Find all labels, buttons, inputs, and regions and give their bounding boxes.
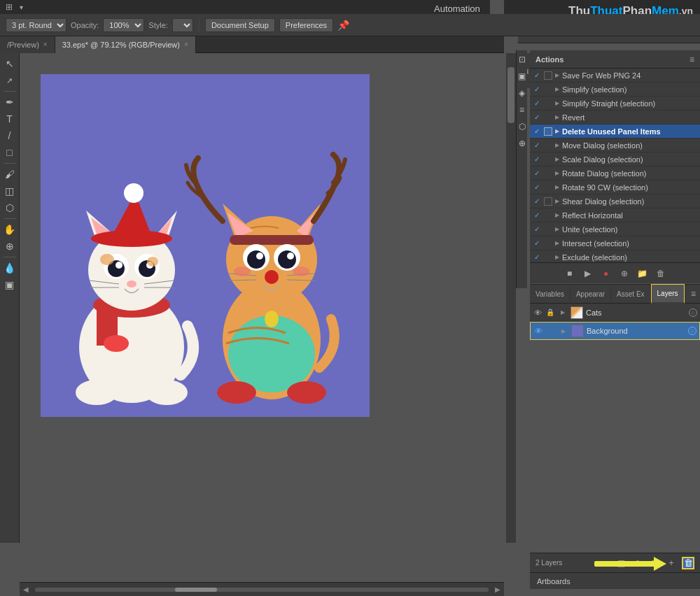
action-row-10[interactable]: ✓ ▶ Reflect Horizontal (530, 208, 700, 222)
svg-point-51 (287, 381, 326, 404)
cc-icon[interactable]: ◈ (516, 87, 528, 99)
action-row-6[interactable]: ✓ ▶ Scale Dialog (selection) (530, 152, 700, 166)
align-icon[interactable]: ≡ (516, 104, 528, 116)
direct-select-tool[interactable]: ↗ (2, 73, 18, 88)
document-setup-button[interactable]: Document Setup (205, 18, 275, 32)
action-name-2: Simplify Straight (selection) (562, 99, 697, 108)
action-row-9[interactable]: ✓ ▶ Shear Dialog (selection) (530, 194, 700, 208)
layer-expand-background[interactable]: ▶ (559, 326, 568, 336)
canvas-area (20, 53, 504, 543)
action-check-10: ✓ (533, 211, 541, 220)
scroll-thumb-h[interactable] (175, 588, 217, 592)
tab-layers[interactable]: Layers (651, 284, 685, 304)
action-name-6: Scale Dialog (selection) (562, 155, 697, 164)
actions-panel-menu[interactable]: ≡ (690, 55, 694, 64)
record-button[interactable]: ● (600, 267, 612, 280)
delete-action-button[interactable]: 🗑 (654, 267, 667, 280)
panel-tabs-menu[interactable]: ≡ (691, 289, 700, 299)
layer-eye-cats[interactable]: 👁 (533, 308, 542, 318)
style-select[interactable]: ■ (172, 18, 193, 32)
new-set-button[interactable]: 📁 (636, 267, 649, 280)
eraser-tool[interactable]: ◫ (2, 183, 18, 199)
pin-icon[interactable]: 📌 (337, 20, 349, 31)
doc-tab-1-close[interactable]: × (43, 41, 48, 48)
layer-row-cats[interactable]: 👁 🔒 ▶ Cats ○ (530, 304, 700, 322)
action-check-12: ✓ (533, 239, 541, 248)
action-row-1[interactable]: ✓ ▶ Simplify (selection) (530, 83, 700, 97)
play-button[interactable]: ▶ (582, 267, 594, 280)
path-icon[interactable]: ⊕ (516, 137, 528, 150)
paintbrush-tool[interactable]: 🖌 (2, 166, 18, 182)
layer-expand-cats[interactable]: ▶ (558, 308, 568, 318)
panel-tabs-menu-icon[interactable]: ≡ (691, 289, 696, 299)
tab-asset-export[interactable]: Asset Ex (611, 284, 650, 304)
action-row-12[interactable]: ✓ ▶ Intersect (selection) (530, 236, 700, 250)
artboards-tab[interactable]: Artboards (530, 572, 700, 589)
layer-circle-background[interactable]: ○ (688, 327, 696, 335)
new-action-button[interactable]: ⊕ (618, 267, 631, 280)
panel-tabs: Variables Appearar Asset Ex Layers ≡ (530, 284, 700, 304)
action-name-0: Save For Web PNG 24 (562, 71, 697, 80)
layers-panel: 👁 🔒 ▶ Cats ○ 👁 ▶ Background ○ (530, 304, 700, 340)
stop-button[interactable]: ■ (564, 267, 576, 280)
blend-tool[interactable]: ⬡ (2, 200, 18, 215)
action-row-7[interactable]: ✓ ▶ Rotate Dialog (selection) (530, 166, 700, 180)
action-check-5: ✓ (533, 141, 541, 150)
doc-tab-1[interactable]: /Preview) × (0, 36, 55, 53)
action-row-2[interactable]: ✓ ▶ Simplify Straight (selection) (530, 97, 700, 111)
action-name-13: Exclude (selection) (562, 253, 697, 262)
action-name-10: Reflect Horizontal (562, 211, 697, 220)
pen-tool[interactable]: ✒ (2, 94, 18, 110)
scroll-thumb[interactable] (507, 67, 514, 123)
arrow-annotation (594, 557, 666, 571)
action-row-5[interactable]: ✓ ▶ Move Dialog (selection) (530, 139, 700, 152)
action-row-8[interactable]: ✓ ▶ Rotate 90 CW (selection) (530, 180, 700, 194)
type-tool[interactable]: T (2, 111, 18, 127)
layers-icon[interactable]: ⊡ (516, 53, 528, 66)
shape-tool[interactable]: □ (2, 145, 18, 160)
tool-divider-2 (4, 163, 16, 164)
layer-lock-cats[interactable]: 🔒 (545, 308, 555, 318)
tab-appearance[interactable]: Appearar (570, 284, 611, 304)
layer-thumb-background (571, 325, 584, 337)
doc-tab-2-close[interactable]: × (184, 41, 188, 48)
action-check-13: ✓ (533, 253, 541, 262)
scroll-right-arrow[interactable]: ▶ (491, 583, 504, 596)
delete-layer-button[interactable]: 🗑 (682, 557, 694, 569)
transform-icon[interactable]: ⬡ (516, 120, 528, 133)
action-row-0[interactable]: ✓ ▶ Save For Web PNG 24 (530, 69, 700, 83)
left-tool-panel: ↖ ↗ ✒ T / □ 🖌 ◫ ⬡ ✋ ⊕ 💧 ▣ (0, 53, 20, 543)
eyedropper-tool[interactable]: 💧 (2, 260, 18, 276)
action-check-0: ✓ (533, 71, 541, 80)
bottom-scrollbar[interactable]: ◀ ▶ (20, 582, 504, 596)
hand-tool[interactable]: ✋ (2, 222, 18, 237)
layer-lock-background[interactable] (546, 326, 556, 336)
scroll-left-arrow[interactable]: ◀ (20, 583, 32, 596)
scroll-track[interactable] (35, 588, 489, 592)
brush-size-select[interactable]: 3 pt. Round (6, 18, 66, 32)
layer-row-background[interactable]: 👁 ▶ Background ○ (530, 322, 700, 340)
action-arrow-3: ▶ (555, 114, 559, 120)
new-layer-button[interactable]: + (665, 557, 678, 569)
action-row-11[interactable]: ✓ ▶ Unite (selection) (530, 222, 700, 236)
vertical-scrollbar[interactable] (506, 53, 516, 543)
zoom-tool[interactable]: ⊕ (2, 239, 18, 254)
svg-point-41 (287, 253, 294, 260)
layer-eye-background[interactable]: 👁 (533, 326, 543, 336)
action-row-4[interactable]: ✓ ▶ Delete Unused Panel Items (530, 125, 700, 139)
preferences-button[interactable]: Preferences (279, 18, 333, 32)
layer-circle-cats[interactable]: ○ (689, 308, 697, 317)
line-tool[interactable]: / (2, 128, 18, 143)
select-tool[interactable]: ↖ (2, 56, 18, 71)
gradient-tool[interactable]: ▣ (2, 277, 18, 292)
opacity-select[interactable]: 100% (103, 18, 144, 32)
svg-point-38 (247, 250, 265, 269)
app-menu-arrow[interactable]: ▾ (20, 3, 23, 11)
arrow-body (594, 561, 654, 567)
arrow-head (654, 557, 666, 571)
action-arrow-2: ▶ (555, 100, 559, 106)
tab-variables[interactable]: Variables (530, 284, 570, 304)
artboard-icon[interactable]: ▣ (516, 70, 528, 83)
action-row-3[interactable]: ✓ ▶ Revert (530, 111, 700, 125)
doc-tab-2[interactable]: 33.eps* @ 79.12% (RGB/Preview) × (55, 36, 196, 53)
